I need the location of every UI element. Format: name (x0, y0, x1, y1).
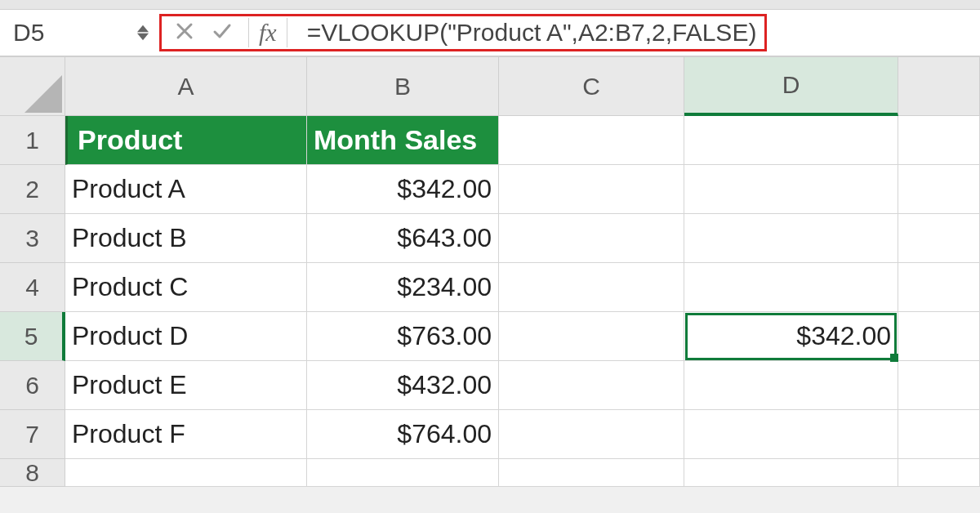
cell-A6[interactable]: Product E (65, 361, 307, 410)
row-header-5[interactable]: 5 (0, 312, 65, 361)
cell-E7[interactable] (898, 410, 980, 459)
cell-D3[interactable] (684, 214, 898, 263)
row-header-1[interactable]: 1 (0, 116, 65, 165)
row-header-6[interactable]: 6 (0, 361, 65, 410)
cell-A2[interactable]: Product A (65, 165, 307, 214)
chevron-up-icon (137, 25, 149, 33)
cell-D2[interactable] (684, 165, 898, 214)
cell-E1[interactable] (898, 116, 980, 165)
cell-B5[interactable]: $763.00 (307, 312, 499, 361)
check-icon (212, 21, 232, 41)
cell-C2[interactable] (499, 165, 684, 214)
formula-bar-separator (248, 18, 249, 47)
col-header-D[interactable]: D (684, 57, 898, 116)
cell-C7[interactable] (499, 410, 684, 459)
row-header-7[interactable]: 7 (0, 410, 65, 459)
cell-B2[interactable]: $342.00 (307, 165, 499, 214)
formula-input[interactable]: =VLOOKUP("Product A",A2:B7,2,FALSE) (292, 19, 757, 47)
col-header-B[interactable]: B (307, 57, 499, 116)
cell-B8[interactable] (307, 459, 499, 487)
cell-C8[interactable] (499, 459, 684, 487)
cell-B7[interactable]: $764.00 (307, 410, 499, 459)
cell-D1[interactable] (684, 116, 898, 165)
cell-A1[interactable]: Product (65, 116, 307, 165)
cancel-formula-button[interactable] (175, 21, 194, 44)
cell-D7[interactable] (684, 410, 898, 459)
cell-A7[interactable]: Product F (65, 410, 307, 459)
cell-A8[interactable] (65, 459, 307, 487)
fx-label[interactable]: fx (254, 19, 282, 47)
row-header-3[interactable]: 3 (0, 214, 65, 263)
name-box-dropdown[interactable] (127, 10, 159, 56)
col-header-C[interactable]: C (499, 57, 684, 116)
chevron-down-icon (137, 33, 149, 41)
cell-C3[interactable] (499, 214, 684, 263)
col-header-E[interactable] (898, 57, 980, 116)
formula-bar-separator-2 (287, 18, 287, 47)
cell-E4[interactable] (898, 263, 980, 312)
x-icon (175, 21, 194, 41)
cell-B1[interactable]: Month Sales (307, 116, 499, 165)
cell-C5[interactable] (499, 312, 684, 361)
name-box[interactable]: D5 (0, 10, 127, 56)
col-header-A[interactable]: A (65, 57, 307, 116)
cell-E3[interactable] (898, 214, 980, 263)
cell-B4[interactable]: $234.00 (307, 263, 499, 312)
row-header-4[interactable]: 4 (0, 263, 65, 312)
cell-A5[interactable]: Product D (65, 312, 307, 361)
cell-E6[interactable] (898, 361, 980, 410)
cell-A3[interactable]: Product B (65, 214, 307, 263)
name-box-value: D5 (13, 19, 44, 47)
cell-A4[interactable]: Product C (65, 263, 307, 312)
cell-D5[interactable]: $342.00 (684, 312, 898, 361)
cell-E5[interactable] (898, 312, 980, 361)
cell-E8[interactable] (898, 459, 980, 487)
cell-D8[interactable] (684, 459, 898, 487)
cell-C1[interactable] (499, 116, 684, 165)
cell-D4[interactable] (684, 263, 898, 312)
cell-D6[interactable] (684, 361, 898, 410)
row-header-2[interactable]: 2 (0, 165, 65, 214)
window-top-strip (0, 0, 980, 10)
cell-B6[interactable]: $432.00 (307, 361, 499, 410)
cell-E2[interactable] (898, 165, 980, 214)
formula-bar-highlight: fx =VLOOKUP("Product A",A2:B7,2,FALSE) (159, 14, 767, 51)
cell-C4[interactable] (499, 263, 684, 312)
cell-B3[interactable]: $643.00 (307, 214, 499, 263)
worksheet-grid[interactable]: A B C D 1 Product Month Sales 2 Product … (0, 57, 980, 487)
row-header-8[interactable]: 8 (0, 459, 65, 487)
formula-bar: D5 fx =VLOOKUP("Product A",A2:B7,2,FALSE… (0, 10, 980, 57)
select-all-corner[interactable] (0, 57, 65, 116)
confirm-formula-button[interactable] (212, 21, 232, 44)
cell-C6[interactable] (499, 361, 684, 410)
